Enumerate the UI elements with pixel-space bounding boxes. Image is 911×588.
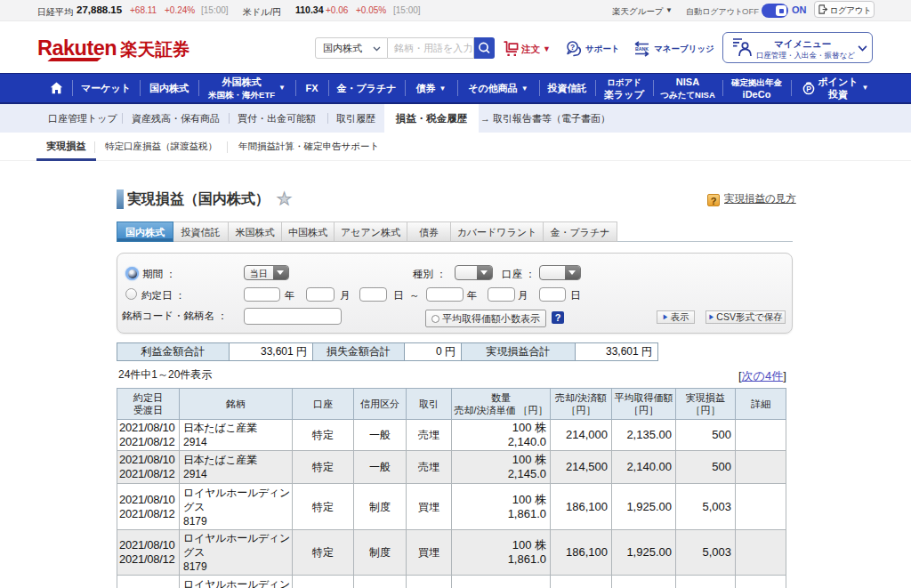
- svg-text:P: P: [806, 85, 811, 93]
- svg-text:BANK: BANK: [635, 46, 649, 52]
- svg-text:?: ?: [570, 43, 575, 52]
